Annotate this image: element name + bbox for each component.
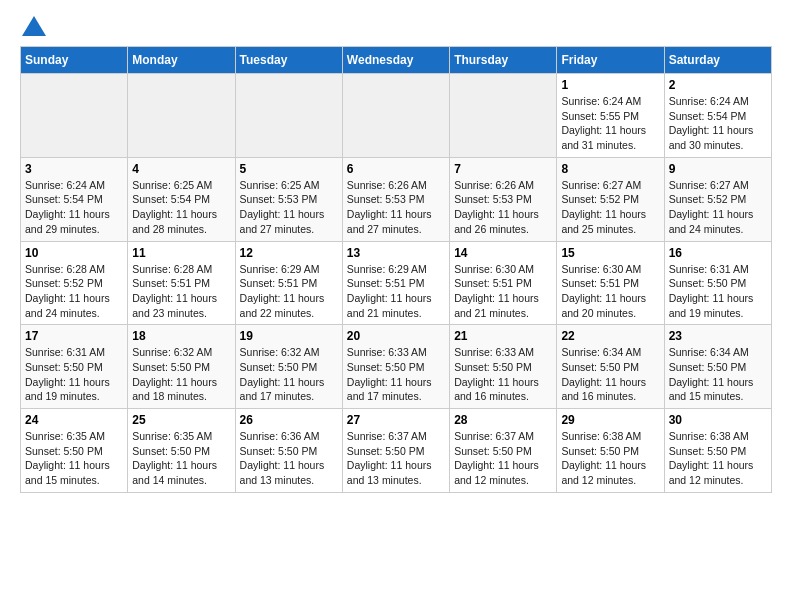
calendar-cell: 11 Sunrise: 6:28 AMSunset: 5:51 PMDaylig…	[128, 241, 235, 325]
day-number: 26	[240, 413, 338, 427]
day-number: 1	[561, 78, 659, 92]
calendar-cell: 24 Sunrise: 6:35 AMSunset: 5:50 PMDaylig…	[21, 409, 128, 493]
day-info: Sunrise: 6:37 AMSunset: 5:50 PMDaylight:…	[347, 429, 445, 488]
col-header-saturday: Saturday	[664, 47, 771, 74]
day-info: Sunrise: 6:27 AMSunset: 5:52 PMDaylight:…	[561, 178, 659, 237]
day-number: 29	[561, 413, 659, 427]
day-number: 2	[669, 78, 767, 92]
day-info: Sunrise: 6:25 AMSunset: 5:54 PMDaylight:…	[132, 178, 230, 237]
calendar-cell: 12 Sunrise: 6:29 AMSunset: 5:51 PMDaylig…	[235, 241, 342, 325]
day-number: 15	[561, 246, 659, 260]
calendar-cell: 13 Sunrise: 6:29 AMSunset: 5:51 PMDaylig…	[342, 241, 449, 325]
day-number: 21	[454, 329, 552, 343]
day-number: 5	[240, 162, 338, 176]
calendar-cell: 23 Sunrise: 6:34 AMSunset: 5:50 PMDaylig…	[664, 325, 771, 409]
day-info: Sunrise: 6:28 AMSunset: 5:52 PMDaylight:…	[25, 262, 123, 321]
day-info: Sunrise: 6:31 AMSunset: 5:50 PMDaylight:…	[669, 262, 767, 321]
day-info: Sunrise: 6:32 AMSunset: 5:50 PMDaylight:…	[240, 345, 338, 404]
day-info: Sunrise: 6:29 AMSunset: 5:51 PMDaylight:…	[347, 262, 445, 321]
calendar-cell: 16 Sunrise: 6:31 AMSunset: 5:50 PMDaylig…	[664, 241, 771, 325]
calendar-cell	[450, 74, 557, 158]
day-info: Sunrise: 6:35 AMSunset: 5:50 PMDaylight:…	[132, 429, 230, 488]
day-info: Sunrise: 6:24 AMSunset: 5:55 PMDaylight:…	[561, 94, 659, 153]
calendar-cell: 7 Sunrise: 6:26 AMSunset: 5:53 PMDayligh…	[450, 157, 557, 241]
day-number: 4	[132, 162, 230, 176]
calendar-cell: 26 Sunrise: 6:36 AMSunset: 5:50 PMDaylig…	[235, 409, 342, 493]
calendar-cell: 3 Sunrise: 6:24 AMSunset: 5:54 PMDayligh…	[21, 157, 128, 241]
col-header-sunday: Sunday	[21, 47, 128, 74]
day-number: 12	[240, 246, 338, 260]
day-info: Sunrise: 6:31 AMSunset: 5:50 PMDaylight:…	[25, 345, 123, 404]
calendar-cell: 18 Sunrise: 6:32 AMSunset: 5:50 PMDaylig…	[128, 325, 235, 409]
day-number: 16	[669, 246, 767, 260]
day-number: 10	[25, 246, 123, 260]
day-info: Sunrise: 6:27 AMSunset: 5:52 PMDaylight:…	[669, 178, 767, 237]
day-info: Sunrise: 6:25 AMSunset: 5:53 PMDaylight:…	[240, 178, 338, 237]
day-number: 6	[347, 162, 445, 176]
day-number: 3	[25, 162, 123, 176]
page-header	[20, 20, 772, 36]
calendar-cell: 9 Sunrise: 6:27 AMSunset: 5:52 PMDayligh…	[664, 157, 771, 241]
day-info: Sunrise: 6:37 AMSunset: 5:50 PMDaylight:…	[454, 429, 552, 488]
calendar-cell: 25 Sunrise: 6:35 AMSunset: 5:50 PMDaylig…	[128, 409, 235, 493]
day-info: Sunrise: 6:30 AMSunset: 5:51 PMDaylight:…	[561, 262, 659, 321]
calendar-cell: 19 Sunrise: 6:32 AMSunset: 5:50 PMDaylig…	[235, 325, 342, 409]
calendar-cell: 30 Sunrise: 6:38 AMSunset: 5:50 PMDaylig…	[664, 409, 771, 493]
day-info: Sunrise: 6:30 AMSunset: 5:51 PMDaylight:…	[454, 262, 552, 321]
day-info: Sunrise: 6:33 AMSunset: 5:50 PMDaylight:…	[347, 345, 445, 404]
day-number: 19	[240, 329, 338, 343]
col-header-thursday: Thursday	[450, 47, 557, 74]
day-info: Sunrise: 6:24 AMSunset: 5:54 PMDaylight:…	[25, 178, 123, 237]
day-number: 8	[561, 162, 659, 176]
calendar-cell	[342, 74, 449, 158]
calendar-cell: 1 Sunrise: 6:24 AMSunset: 5:55 PMDayligh…	[557, 74, 664, 158]
day-info: Sunrise: 6:24 AMSunset: 5:54 PMDaylight:…	[669, 94, 767, 153]
day-number: 7	[454, 162, 552, 176]
day-number: 14	[454, 246, 552, 260]
day-number: 28	[454, 413, 552, 427]
calendar-cell: 22 Sunrise: 6:34 AMSunset: 5:50 PMDaylig…	[557, 325, 664, 409]
calendar-cell: 17 Sunrise: 6:31 AMSunset: 5:50 PMDaylig…	[21, 325, 128, 409]
day-info: Sunrise: 6:29 AMSunset: 5:51 PMDaylight:…	[240, 262, 338, 321]
day-info: Sunrise: 6:34 AMSunset: 5:50 PMDaylight:…	[561, 345, 659, 404]
day-info: Sunrise: 6:32 AMSunset: 5:50 PMDaylight:…	[132, 345, 230, 404]
day-info: Sunrise: 6:38 AMSunset: 5:50 PMDaylight:…	[669, 429, 767, 488]
day-info: Sunrise: 6:35 AMSunset: 5:50 PMDaylight:…	[25, 429, 123, 488]
day-number: 18	[132, 329, 230, 343]
col-header-wednesday: Wednesday	[342, 47, 449, 74]
calendar-cell: 6 Sunrise: 6:26 AMSunset: 5:53 PMDayligh…	[342, 157, 449, 241]
calendar-cell	[21, 74, 128, 158]
day-info: Sunrise: 6:26 AMSunset: 5:53 PMDaylight:…	[347, 178, 445, 237]
calendar-cell: 27 Sunrise: 6:37 AMSunset: 5:50 PMDaylig…	[342, 409, 449, 493]
logo	[20, 20, 46, 36]
calendar-cell: 2 Sunrise: 6:24 AMSunset: 5:54 PMDayligh…	[664, 74, 771, 158]
calendar-cell: 4 Sunrise: 6:25 AMSunset: 5:54 PMDayligh…	[128, 157, 235, 241]
col-header-friday: Friday	[557, 47, 664, 74]
day-number: 9	[669, 162, 767, 176]
logo-triangle-icon	[22, 16, 46, 36]
day-number: 17	[25, 329, 123, 343]
calendar-cell: 21 Sunrise: 6:33 AMSunset: 5:50 PMDaylig…	[450, 325, 557, 409]
day-info: Sunrise: 6:26 AMSunset: 5:53 PMDaylight:…	[454, 178, 552, 237]
day-number: 20	[347, 329, 445, 343]
day-info: Sunrise: 6:36 AMSunset: 5:50 PMDaylight:…	[240, 429, 338, 488]
day-info: Sunrise: 6:38 AMSunset: 5:50 PMDaylight:…	[561, 429, 659, 488]
col-header-monday: Monday	[128, 47, 235, 74]
day-number: 11	[132, 246, 230, 260]
day-info: Sunrise: 6:28 AMSunset: 5:51 PMDaylight:…	[132, 262, 230, 321]
day-info: Sunrise: 6:34 AMSunset: 5:50 PMDaylight:…	[669, 345, 767, 404]
calendar-cell: 10 Sunrise: 6:28 AMSunset: 5:52 PMDaylig…	[21, 241, 128, 325]
calendar-cell	[235, 74, 342, 158]
calendar-cell: 15 Sunrise: 6:30 AMSunset: 5:51 PMDaylig…	[557, 241, 664, 325]
day-number: 24	[25, 413, 123, 427]
calendar-cell: 29 Sunrise: 6:38 AMSunset: 5:50 PMDaylig…	[557, 409, 664, 493]
day-number: 27	[347, 413, 445, 427]
day-number: 25	[132, 413, 230, 427]
day-number: 13	[347, 246, 445, 260]
calendar-table: SundayMondayTuesdayWednesdayThursdayFrid…	[20, 46, 772, 493]
col-header-tuesday: Tuesday	[235, 47, 342, 74]
day-number: 30	[669, 413, 767, 427]
calendar-cell: 5 Sunrise: 6:25 AMSunset: 5:53 PMDayligh…	[235, 157, 342, 241]
calendar-cell: 14 Sunrise: 6:30 AMSunset: 5:51 PMDaylig…	[450, 241, 557, 325]
calendar-cell: 8 Sunrise: 6:27 AMSunset: 5:52 PMDayligh…	[557, 157, 664, 241]
